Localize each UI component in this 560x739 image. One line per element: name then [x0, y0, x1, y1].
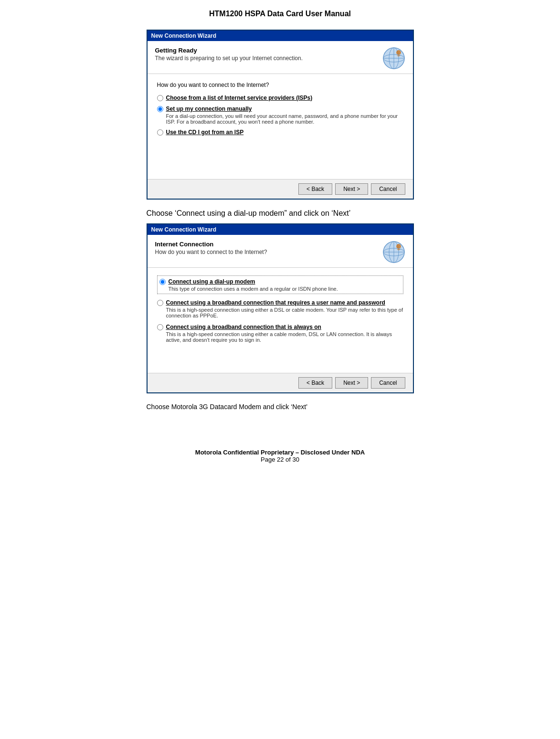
wizard1-cancel-button[interactable]: Cancel: [371, 183, 405, 195]
wizard2-option-3-label[interactable]: Connect using a broadband connection tha…: [166, 324, 321, 330]
wizard2-header-text: Internet Connection How do you want to c…: [155, 241, 267, 255]
wizard1-dialog: New Connection Wizard Getting Ready The …: [147, 30, 414, 200]
wizard2-option-3[interactable]: Connect using a broadband connection tha…: [157, 323, 403, 343]
wizard1-next-button[interactable]: Next >: [335, 183, 368, 195]
wizard2-back-button[interactable]: < Back: [298, 377, 332, 389]
wizard1-question: How do you want to connect to the Intern…: [157, 82, 403, 88]
wizard2-option-2[interactable]: Connect using a broadband connection tha…: [157, 299, 403, 318]
wizard2-dialog: New Connection Wizard Internet Connectio…: [147, 223, 414, 393]
wizard2-radio-2[interactable]: [157, 300, 163, 306]
wizard1-radio-3[interactable]: [157, 129, 163, 136]
wizard2-option-1-content: Connect using a dial-up modem This type …: [169, 278, 338, 292]
wizard1-globe-icon: [382, 47, 405, 70]
wizard1-footer: < Back Next > Cancel: [148, 179, 413, 199]
wizard2-footer: < Back Next > Cancel: [148, 373, 413, 392]
wizard1-body: How do you want to connect to the Intern…: [148, 74, 413, 179]
wizard2-radio-3[interactable]: [157, 324, 163, 330]
wizard2-titlebar: New Connection Wizard: [148, 224, 413, 235]
wizard2-radio-1[interactable]: [159, 279, 166, 285]
wizard2-option-1[interactable]: Connect using a dial-up modem This type …: [157, 275, 403, 294]
wizard1-option-3[interactable]: Use the CD I got from an ISP: [157, 128, 403, 136]
wizard2-option-2-content: Connect using a broadband connection tha…: [166, 299, 403, 318]
wizard2-cancel-button[interactable]: Cancel: [371, 377, 405, 389]
wizard1-titlebar: New Connection Wizard: [148, 31, 413, 41]
wizard2-next-button[interactable]: Next >: [335, 377, 368, 389]
svg-point-5: [396, 50, 401, 55]
wizard2-option-3-desc: This is a high-speed connection using ei…: [166, 331, 403, 343]
wizard1-option-2-content: Set up my connection manually For a dial…: [166, 105, 403, 125]
page-footer: Motorola Confidential Proprietary – Disc…: [19, 449, 541, 473]
wizard1-option-1[interactable]: Choose from a list of Internet service p…: [157, 94, 403, 101]
wizard1-header-subtitle: The wizard is preparing to set up your I…: [155, 55, 303, 62]
wizard2-option-2-desc: This is a high-speed connection using ei…: [166, 307, 403, 318]
wizard2-option-1-label[interactable]: Connect using a dial-up modem: [169, 278, 255, 285]
footer-page-number: Page 22 of 30: [19, 456, 541, 463]
wizard1-back-button[interactable]: < Back: [298, 183, 332, 195]
wizard2-option-2-label[interactable]: Connect using a broadband connection tha…: [166, 299, 385, 306]
wizard2-header-subtitle: How do you want to connect to the Intern…: [155, 249, 267, 255]
wizard1-header-text: Getting Ready The wizard is preparing to…: [155, 47, 303, 62]
wizard2-globe-icon: [382, 241, 405, 264]
wizard2-option-3-content: Connect using a broadband connection tha…: [166, 323, 403, 343]
svg-point-11: [396, 244, 401, 249]
wizard1-option-3-label[interactable]: Use the CD I got from an ISP: [166, 128, 244, 136]
section-heading: Choose ‘Connect using a dial-up modem” a…: [147, 209, 414, 218]
wizard1-header-title: Getting Ready: [155, 47, 303, 54]
wizard2-option-1-desc: This type of connection uses a modem and…: [169, 286, 338, 292]
footer-confidential: Motorola Confidential Proprietary – Disc…: [19, 449, 541, 456]
wizard1-option-2-label[interactable]: Set up my connection manually: [166, 106, 252, 112]
wizard1-radio-2[interactable]: [157, 106, 163, 112]
wizard1-option-2-desc: For a dial-up connection, you will need …: [166, 113, 403, 125]
wizard1-option-1-label[interactable]: Choose from a list of Internet service p…: [166, 94, 313, 101]
page-title: HTM1200 HSPA Data Card User Manual: [19, 10, 541, 18]
wizard1-option-2[interactable]: Set up my connection manually For a dial…: [157, 105, 403, 125]
bottom-text: Choose Motorola 3G Datacard Modem and cl…: [147, 403, 414, 411]
wizard1-radio-1[interactable]: [157, 95, 163, 101]
wizard2-header-title: Internet Connection: [155, 241, 267, 248]
wizard2-header: Internet Connection How do you want to c…: [148, 235, 413, 268]
wizard2-body: Connect using a dial-up modem This type …: [148, 268, 413, 373]
wizard1-header: Getting Ready The wizard is preparing to…: [148, 41, 413, 74]
